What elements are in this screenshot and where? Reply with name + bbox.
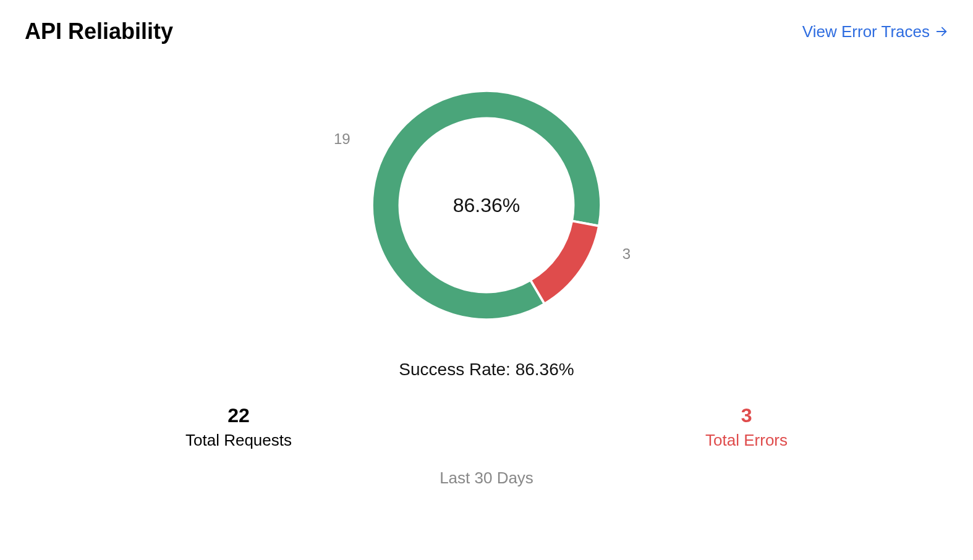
link-label: View Error Traces xyxy=(802,22,930,41)
stats-row: 22 Total Requests 3 Total Errors xyxy=(25,404,948,450)
donut-chart-area: 86.36% 19 3 xyxy=(25,82,948,329)
stat-total-errors: 3 Total Errors xyxy=(705,404,788,450)
stat-total-requests: 22 Total Requests xyxy=(185,404,292,450)
stat-value-requests: 22 xyxy=(185,404,292,427)
page-title: API Reliability xyxy=(25,19,173,45)
stat-value-errors: 3 xyxy=(705,404,788,427)
slice-label-success: 19 xyxy=(334,130,351,148)
stat-label-requests: Total Requests xyxy=(185,431,292,450)
donut-center-label: 86.36% xyxy=(453,194,520,217)
header: API Reliability View Error Traces xyxy=(25,19,948,45)
arrow-right-icon xyxy=(935,25,948,38)
footer-period: Last 30 Days xyxy=(25,469,948,488)
slice-label-error: 3 xyxy=(622,245,631,263)
view-error-traces-link[interactable]: View Error Traces xyxy=(802,22,948,41)
stat-label-errors: Total Errors xyxy=(705,431,788,450)
success-rate-text: Success Rate: 86.36% xyxy=(25,360,948,380)
donut-chart: 86.36% 19 3 xyxy=(372,91,601,320)
donut-slice-error xyxy=(530,221,599,304)
